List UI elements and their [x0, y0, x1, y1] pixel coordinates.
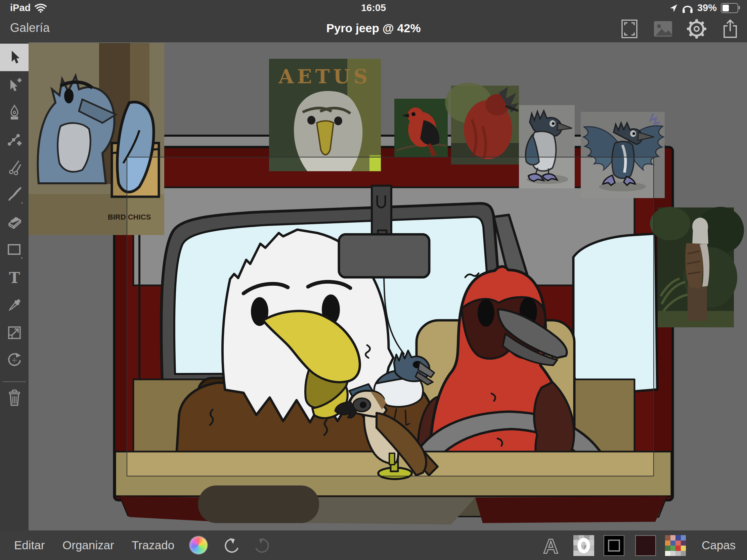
- palette-color-cell[interactable]: [675, 540, 681, 546]
- palette-color-cell[interactable]: [670, 551, 676, 556]
- tool-sidebar: , , T: [0, 42, 29, 530]
- current-color-swatch[interactable]: [635, 535, 656, 556]
- palette-color-cell[interactable]: [675, 551, 681, 556]
- scale-icon: [6, 325, 23, 341]
- location-arrow-icon: [669, 4, 678, 12]
- tool-scissors[interactable]: [0, 154, 29, 181]
- tool-brush[interactable]: ,: [0, 181, 29, 209]
- scissors-icon: [6, 159, 23, 176]
- trash-icon: [6, 389, 23, 406]
- palette-color-cell[interactable]: [681, 551, 686, 556]
- tool-eraser[interactable]: [0, 209, 29, 236]
- fill-swatch[interactable]: [573, 535, 594, 556]
- top-bars: iPad 16:05 39%: [0, 0, 747, 42]
- text-tool-icon: T: [6, 270, 23, 286]
- direct-select-plus-icon: [6, 77, 23, 93]
- vector-drawing-app: iPad 16:05 39%: [0, 0, 747, 560]
- title-bar: Galería Pyro jeep @ 42%: [0, 15, 747, 42]
- palette-color-cell[interactable]: [665, 551, 670, 556]
- palette-color-cell[interactable]: [675, 545, 681, 551]
- svg-text:A: A: [543, 534, 559, 557]
- share-button[interactable]: [719, 18, 741, 39]
- photo-button[interactable]: [652, 18, 674, 39]
- node-plus-icon: [6, 132, 23, 148]
- palette-color-cell[interactable]: [665, 535, 670, 540]
- toolbar-divider: [3, 381, 26, 382]
- headphones-icon: [682, 3, 693, 13]
- stroke-swatch[interactable]: [603, 535, 624, 556]
- brush-icon: ,: [6, 186, 23, 204]
- select-arrow-icon: [6, 49, 23, 65]
- artboard-frame-button[interactable]: [619, 18, 640, 39]
- palette-color-cell[interactable]: [681, 545, 686, 551]
- tool-scale[interactable]: [0, 319, 29, 346]
- tool-pen[interactable]: [0, 99, 29, 126]
- bottom-bar: Editar Organizar Trazado A Capas: [0, 530, 747, 560]
- drawing-canvas[interactable]: BIRD CHICS AETUS: [29, 42, 747, 530]
- tool-text[interactable]: T: [0, 264, 29, 291]
- layers-button[interactable]: Capas: [702, 538, 736, 552]
- tool-select[interactable]: [0, 44, 29, 71]
- tool-eyedropper[interactable]: [0, 291, 29, 319]
- color-palette-grid[interactable]: [665, 535, 686, 556]
- tab-trazado[interactable]: Trazado: [132, 538, 174, 552]
- status-bar: iPad 16:05 39%: [0, 0, 747, 15]
- rotate-icon: [6, 352, 23, 369]
- palette-color-cell[interactable]: [665, 545, 670, 551]
- svg-text:,: ,: [21, 198, 23, 204]
- tool-rotate[interactable]: [0, 346, 29, 374]
- fill-preview-donut: [577, 538, 590, 553]
- tab-organizar[interactable]: Organizar: [62, 538, 114, 552]
- eraser-icon: [6, 214, 23, 231]
- svg-text:,: ,: [21, 253, 23, 259]
- redo-button[interactable]: [254, 536, 273, 555]
- battery-icon: [721, 3, 738, 13]
- palette-color-cell[interactable]: [681, 535, 686, 540]
- tool-node-add[interactable]: [0, 126, 29, 154]
- gear-button[interactable]: [686, 18, 707, 39]
- palette-color-cell[interactable]: [665, 540, 670, 546]
- tab-editar[interactable]: Editar: [14, 538, 45, 552]
- palette-color-cell[interactable]: [675, 535, 681, 540]
- rectangle-icon: ,: [6, 241, 23, 259]
- color-wheel-icon[interactable]: [190, 536, 207, 554]
- eyedropper-icon: [6, 297, 23, 313]
- pen-icon: [6, 104, 23, 121]
- svg-text:T: T: [9, 270, 20, 286]
- tool-direct-select-add[interactable]: [0, 71, 29, 99]
- side-window-glass: [573, 234, 657, 394]
- undo-button[interactable]: [221, 536, 240, 555]
- clock: 16:05: [0, 2, 747, 14]
- font-button[interactable]: A: [540, 534, 562, 557]
- battery-percent: 39%: [697, 2, 717, 14]
- palette-color-cell[interactable]: [670, 545, 676, 551]
- palette-color-cell[interactable]: [681, 540, 686, 546]
- tool-trash[interactable]: [0, 384, 29, 411]
- driver-eye: [478, 299, 494, 327]
- stroke-preview: [608, 539, 620, 552]
- tool-rectangle[interactable]: ,: [0, 236, 29, 264]
- palette-color-cell[interactable]: [670, 540, 676, 546]
- palette-color-cell[interactable]: [670, 535, 676, 540]
